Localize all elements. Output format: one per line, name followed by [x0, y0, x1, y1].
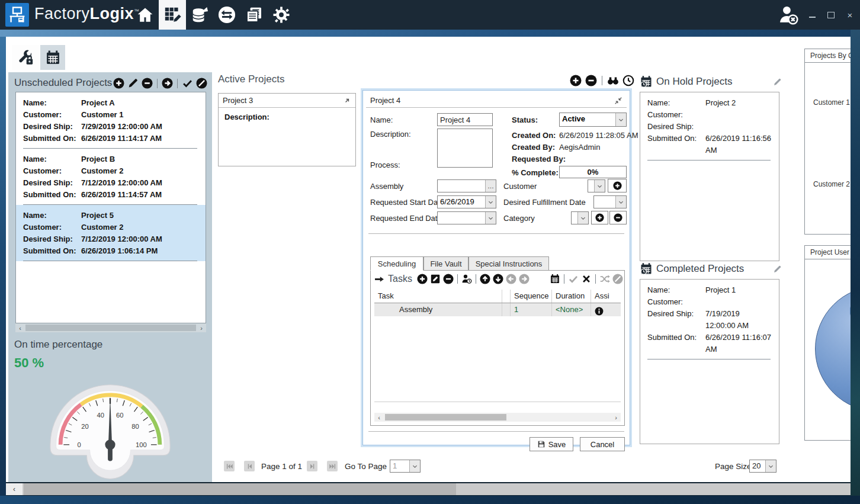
reject-icon[interactable]	[196, 78, 207, 89]
info-icon[interactable]	[595, 307, 604, 316]
move-left-icon[interactable]	[506, 274, 516, 284]
edit-pencil-icon[interactable]	[773, 78, 782, 86]
status-select[interactable]: Active	[559, 113, 627, 127]
add-active-icon[interactable]	[570, 75, 582, 86]
close-button[interactable]: ×	[845, 9, 855, 20]
first-page-button[interactable]	[224, 461, 235, 471]
page-indicator: Page 1 of 1	[261, 462, 302, 471]
main-nav	[131, 0, 295, 30]
scroll-left-button[interactable]: ‹	[6, 483, 23, 495]
remove-task-icon[interactable]	[443, 274, 454, 284]
description-textarea[interactable]	[437, 129, 493, 168]
list-item[interactable]: Name:Project A Customer:Customer 1 Desir…	[16, 92, 206, 149]
unscheduled-hscrollbar[interactable]: ‹›	[15, 323, 206, 332]
next-page-button[interactable]	[307, 461, 317, 471]
goto-page-select[interactable]: 1	[390, 460, 421, 473]
expand-icon[interactable]	[343, 97, 351, 105]
unscheduled-title: Unscheduled Projects	[14, 77, 112, 89]
list-item-selected[interactable]: Name:Project 5 Customer:Customer 2 Desir…	[16, 205, 206, 261]
app-logo	[5, 3, 29, 27]
tab-scheduling[interactable]: Scheduling	[370, 256, 423, 271]
project-user-title: Project User	[804, 245, 851, 259]
nav-settings[interactable]	[268, 0, 295, 30]
project-card-collapsed[interactable]: Project 3 Description:	[218, 93, 356, 166]
list-item[interactable]: Name:Project 1 Customer: Desired Ship:7/…	[640, 280, 779, 359]
minimize-button[interactable]	[807, 9, 817, 20]
on-hold-list: Name:Project 2 Customer: Desired Ship: S…	[640, 92, 779, 261]
sync-circle-icon	[218, 6, 236, 24]
logout-user-icon[interactable]	[778, 5, 798, 25]
titlebar: FactoryLogix™ ×	[0, 0, 860, 30]
tab-file-vault[interactable]: File Vault	[423, 256, 468, 271]
project-user-chart: C	[804, 259, 851, 441]
shuffle-icon[interactable]	[599, 274, 610, 284]
copy-schedule-icon[interactable]	[550, 274, 560, 284]
scrollbar-thumb[interactable]	[24, 483, 456, 495]
prev-page-button[interactable]	[244, 461, 255, 471]
tab-admin-tools[interactable]	[12, 45, 39, 70]
chevron-down-icon	[412, 463, 418, 470]
confirm-icon[interactable]	[568, 274, 579, 284]
edit-task-icon[interactable]	[430, 274, 441, 284]
name-input[interactable]	[437, 113, 493, 126]
prev-page-icon	[246, 463, 253, 470]
maximize-button[interactable]	[826, 9, 836, 20]
cancel-button[interactable]: Cancel	[580, 437, 625, 451]
add-task-icon[interactable]	[417, 274, 428, 284]
accept-icon[interactable]	[182, 78, 193, 89]
process-label: Process:	[370, 160, 400, 169]
search-binoculars-icon[interactable]	[607, 75, 619, 86]
move-down-icon[interactable]	[493, 274, 503, 284]
tasks-hscrollbar[interactable]: ‹›	[374, 413, 621, 422]
cancel-circle-icon[interactable]	[612, 274, 623, 284]
assembly-browse-button[interactable]: …	[485, 180, 496, 192]
category-select[interactable]	[571, 211, 589, 224]
nav-sync[interactable]	[213, 0, 240, 30]
tab-scheduling-calendar[interactable]	[40, 45, 65, 70]
add-customer-button[interactable]	[608, 179, 627, 192]
last-page-button[interactable]	[327, 461, 338, 471]
window-frame-top	[0, 30, 860, 37]
history-clock-icon[interactable]	[622, 75, 634, 86]
move-up-icon[interactable]	[480, 274, 490, 284]
edit-project-icon[interactable]	[127, 78, 139, 89]
created-on-value: 6/26/2019 11:28:05 AM	[559, 131, 638, 140]
chevron-down-icon	[487, 199, 494, 206]
list-item[interactable]: Name:Project B Customer:Customer 2 Desir…	[16, 149, 206, 205]
nav-documents[interactable]	[240, 0, 268, 30]
collapse-icon[interactable]	[614, 97, 622, 105]
remove-active-icon[interactable]	[585, 75, 597, 86]
nav-scheduling[interactable]	[159, 0, 186, 30]
status-label: Status:	[512, 115, 538, 124]
svg-text:60: 60	[116, 412, 123, 419]
schedule-project-icon[interactable]	[162, 78, 173, 89]
list-item[interactable]: Name:Project 2 Customer: Desired Ship: S…	[640, 92, 779, 160]
pagination-bar: Page 1 of 1 Go To Page 1 Page Size 20	[6, 460, 851, 475]
calendar-clock-icon	[640, 75, 653, 88]
arrow-right-icon	[374, 274, 384, 284]
requested-start-label: Requested Start Date	[370, 198, 444, 207]
add-project-icon[interactable]	[113, 78, 124, 89]
move-right-icon[interactable]	[519, 274, 530, 284]
requested-start-select[interactable]: 6/26/2019	[437, 195, 496, 208]
chevron-down-icon	[618, 199, 624, 206]
page-size-select[interactable]: 20	[749, 460, 776, 473]
save-button[interactable]: Save	[530, 437, 573, 451]
remove-project-icon[interactable]	[142, 78, 153, 89]
projects-by-customer-chart: Customer 1 Customer 2 0	[804, 63, 851, 235]
assembly-input[interactable]: …	[437, 179, 496, 192]
nav-home[interactable]	[131, 0, 159, 30]
assign-resource-icon[interactable]	[461, 274, 472, 284]
add-category-button[interactable]	[591, 211, 608, 224]
window-hscrollbar[interactable]: ‹	[6, 483, 854, 495]
customer-select[interactable]	[588, 179, 605, 192]
requested-end-select[interactable]	[437, 211, 496, 224]
tab-special-instructions[interactable]: Special Instructions	[468, 256, 549, 271]
edit-pencil-icon[interactable]	[773, 265, 782, 274]
window-frame-bottom	[0, 496, 860, 504]
desired-fulfillment-select[interactable]	[593, 195, 627, 208]
nav-release[interactable]	[186, 0, 213, 30]
remove-category-button[interactable]	[609, 211, 627, 224]
task-row[interactable]: Assembly 1 <None>	[374, 303, 621, 316]
delete-icon[interactable]	[581, 274, 592, 284]
